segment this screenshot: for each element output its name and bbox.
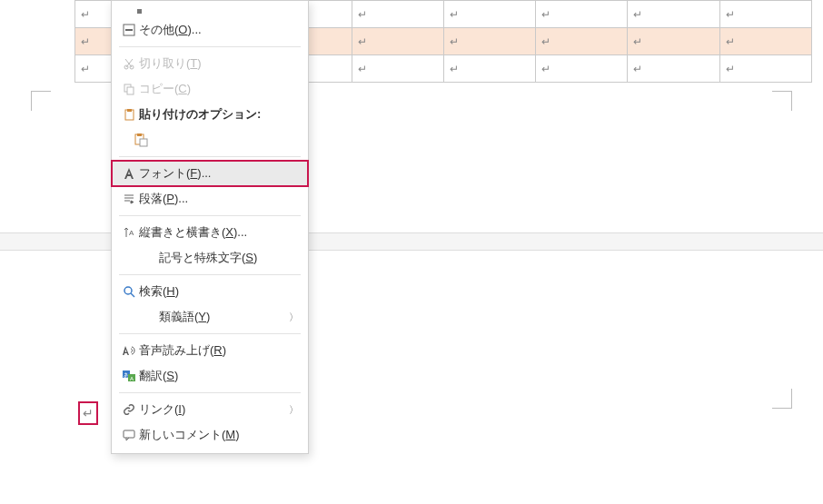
menu-item-text-direction[interactable]: A 縦書きと横書き(X)...: [112, 220, 308, 245]
svg-rect-10: [140, 139, 147, 146]
para-mark: ↵: [726, 8, 735, 21]
comment-icon: [119, 429, 139, 441]
svg-rect-5: [127, 87, 134, 94]
menu-separator: [119, 156, 301, 157]
svg-point-12: [124, 287, 132, 294]
menu-item-label: その他(O)...: [139, 22, 299, 38]
menu-item-label: 段落(P)...: [139, 191, 299, 207]
para-mark: ↵: [541, 8, 550, 21]
menu-item-label: 新しいコメント(M): [139, 427, 299, 443]
page-gutter-corner: [772, 389, 792, 409]
para-mark: ↵: [633, 35, 642, 48]
para-mark: ↵: [81, 35, 90, 48]
menu-item-label: リンク(I): [139, 401, 289, 418]
paragraph-mark-highlight: ↵: [78, 401, 98, 425]
para-mark: ↵: [541, 63, 550, 75]
translate-icon: あA: [119, 370, 139, 382]
svg-rect-17: [124, 430, 134, 438]
menu-item-label: 類義語(Y): [139, 309, 289, 325]
page-gutter-corner: [31, 91, 51, 111]
menu-item-label: 検索(H): [139, 283, 299, 300]
svg-text:A: A: [129, 229, 134, 237]
clipboard-icon: [119, 108, 139, 122]
svg-rect-1: [125, 29, 133, 31]
menu-item-new-comment[interactable]: 新しいコメント(M): [112, 422, 308, 448]
para-mark: ↵: [358, 63, 367, 75]
para-mark: ↵: [450, 35, 459, 48]
chevron-right-icon: 〉: [289, 311, 299, 324]
search-icon: [119, 285, 139, 298]
para-mark: ↵: [450, 8, 459, 21]
menu-item-thesaurus[interactable]: 類義語(Y) 〉: [112, 304, 308, 330]
para-mark: ↵: [726, 35, 735, 48]
menu-item-label: フォント(F)...: [139, 165, 299, 182]
menu-item-label: 音声読み上げ(R): [139, 342, 299, 359]
copy-icon: [119, 83, 139, 95]
menu-grip-icon: [112, 5, 308, 17]
para-mark: ↵: [450, 63, 459, 75]
paragraph-icon: [119, 193, 139, 205]
para-mark: ↵: [358, 8, 367, 21]
para-mark: ↵: [633, 8, 642, 21]
menu-item-paste-option-keep-source[interactable]: [112, 127, 308, 153]
context-menu: その他(O)... 切り取り(T) コピー(C) 貼り付けのオプション: フォン…: [111, 0, 309, 454]
menu-separator: [119, 333, 301, 334]
para-mark: ↵: [541, 35, 550, 48]
para-mark: ↵: [358, 35, 367, 48]
menu-item-font[interactable]: フォント(F)...: [112, 161, 308, 186]
menu-item-label: 縦書きと横書き(X)...: [139, 224, 299, 241]
svg-rect-7: [127, 109, 132, 112]
menu-item-label: コピー(C): [139, 81, 299, 97]
menu-item-paste-options-header: 貼り付けのオプション:: [112, 102, 308, 127]
menu-item-more[interactable]: その他(O)...: [112, 17, 308, 43]
menu-item-read-aloud[interactable]: 音声読み上げ(R): [112, 338, 308, 363]
svg-text:A: A: [130, 376, 134, 381]
page-gutter-corner: [772, 91, 792, 111]
menu-item-cut[interactable]: 切り取り(T): [112, 51, 308, 76]
para-mark: ↵: [81, 8, 90, 21]
para-mark: ↵: [726, 63, 735, 75]
scissors-icon: [119, 57, 139, 70]
menu-item-translate[interactable]: あA 翻訳(S): [112, 363, 308, 389]
menu-item-label: 翻訳(S): [139, 368, 299, 384]
menu-separator: [119, 46, 301, 47]
text-direction-icon: A: [119, 226, 139, 239]
chevron-right-icon: 〉: [289, 403, 299, 417]
read-aloud-icon: [119, 344, 139, 357]
svg-rect-9: [137, 133, 142, 136]
menu-item-symbols[interactable]: 記号と特殊文字(S): [112, 245, 308, 271]
menu-separator: [119, 392, 301, 393]
more-icon: [119, 24, 139, 36]
menu-item-link[interactable]: リンク(I) 〉: [112, 397, 308, 422]
menu-item-label: 記号と特殊文字(S): [139, 250, 299, 266]
menu-item-paragraph[interactable]: 段落(P)...: [112, 186, 308, 212]
menu-item-label: 切り取り(T): [139, 55, 299, 72]
para-mark: ↵: [81, 63, 90, 75]
font-icon: [119, 167, 139, 180]
menu-item-copy[interactable]: コピー(C): [112, 76, 308, 102]
para-mark: ↵: [633, 63, 642, 75]
link-icon: [119, 403, 139, 416]
menu-item-label: 貼り付けのオプション:: [139, 106, 299, 123]
menu-separator: [119, 215, 301, 216]
paste-keep-source-icon: [119, 133, 148, 147]
menu-item-find[interactable]: 検索(H): [112, 279, 308, 304]
menu-separator: [119, 274, 301, 275]
